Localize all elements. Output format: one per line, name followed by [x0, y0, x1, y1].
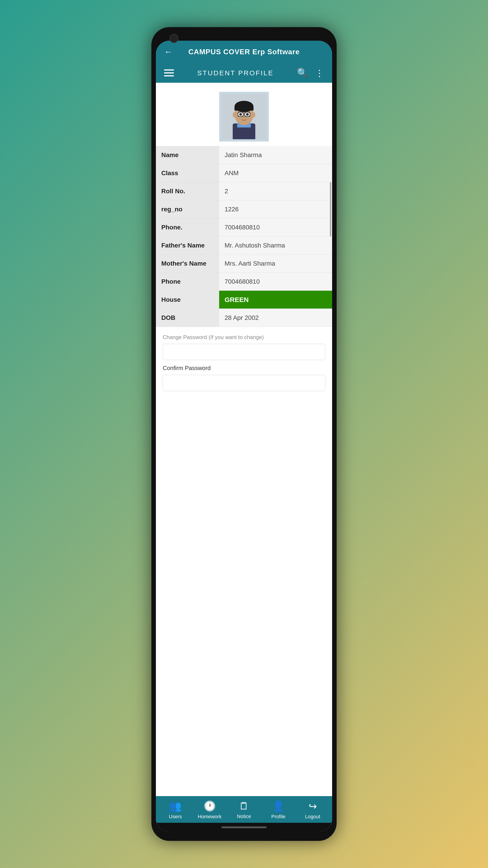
info-table: NameJatin SharmaClassANMRoll No.2reg_no1… — [156, 146, 332, 327]
field-value: 7004680810 — [219, 218, 332, 236]
confirm-password-label: Confirm Password — [163, 365, 325, 372]
field-label: House — [156, 291, 219, 309]
field-label: Mother's Name — [156, 254, 219, 272]
change-password-input[interactable] — [163, 344, 325, 360]
profile-photo-area — [219, 83, 269, 146]
phone-camera — [169, 34, 178, 43]
field-value: 7004680810 — [219, 273, 332, 290]
confirm-section: Confirm Password — [156, 365, 332, 396]
nav-profile-label: Profile — [271, 814, 285, 819]
nav-notice[interactable]: 🗒 Notice — [230, 800, 258, 819]
student-info: NameJatin SharmaClassANMRoll No.2reg_no1… — [156, 146, 332, 327]
nav-users-label: Users — [169, 814, 182, 819]
nav-notice-label: Notice — [237, 813, 251, 819]
notice-icon: 🗒 — [239, 800, 249, 812]
phone-screen: ← CAMPUS COVER Erp Software STUDENT PROF… — [156, 41, 332, 832]
header-icons: 🔍 ⋮ — [297, 68, 324, 78]
confirm-password-input[interactable] — [163, 375, 325, 391]
home-bar — [221, 827, 267, 828]
field-label: Class — [156, 164, 219, 182]
search-icon[interactable]: 🔍 — [297, 68, 308, 78]
svg-point-9 — [239, 113, 242, 116]
field-value: 1226 — [219, 200, 332, 218]
app-title: CAMPUS COVER Erp Software — [188, 48, 300, 56]
profile-photo — [219, 92, 269, 142]
table-row: DOB28 Apr 2002 — [156, 309, 332, 327]
field-value: ANM — [219, 164, 332, 182]
field-value: Jatin Sharma — [219, 146, 332, 164]
table-row: NameJatin Sharma — [156, 146, 332, 164]
nav-profile[interactable]: 👤 Profile — [265, 800, 292, 819]
nav-homework[interactable]: 🕐 Homework — [196, 800, 223, 819]
homework-icon: 🕐 — [203, 800, 216, 812]
table-row: Phone.7004680810 — [156, 218, 332, 237]
hamburger-menu[interactable] — [164, 69, 174, 76]
nav-logout-label: Logout — [305, 814, 320, 819]
second-bar: STUDENT PROFILE 🔍 ⋮ — [156, 63, 332, 83]
page-title: STUDENT PROFILE — [197, 69, 273, 77]
more-icon[interactable]: ⋮ — [315, 68, 324, 78]
field-label: Name — [156, 146, 219, 164]
field-value: GREEN — [219, 291, 332, 309]
table-row: HouseGREEN — [156, 291, 332, 309]
scrollbar — [330, 182, 331, 237]
svg-point-15 — [233, 112, 236, 118]
home-indicator — [156, 823, 332, 832]
bottom-nav: 👥 Users 🕐 Homework 🗒 Notice 👤 Profile ↪ … — [156, 796, 332, 823]
password-section: Change Password (If you want to change) — [156, 327, 332, 365]
svg-rect-6 — [234, 106, 254, 111]
users-icon: 👥 — [169, 800, 182, 812]
field-value: Mr. Ashutosh Sharma — [219, 237, 332, 254]
svg-point-14 — [243, 115, 245, 118]
field-value: 28 Apr 2002 — [219, 309, 332, 327]
content-area: NameJatin SharmaClassANMRoll No.2reg_no1… — [156, 83, 332, 796]
table-row: Phone7004680810 — [156, 273, 332, 291]
table-row: Mother's NameMrs. Aarti Sharma — [156, 254, 332, 273]
field-label: Father's Name — [156, 237, 219, 254]
field-value: 2 — [219, 182, 332, 200]
field-label: Phone — [156, 273, 219, 290]
field-value: Mrs. Aarti Sharma — [219, 254, 332, 272]
field-label: Phone. — [156, 218, 219, 236]
field-label: reg_no — [156, 200, 219, 218]
table-row: Father's NameMr. Ashutosh Sharma — [156, 237, 332, 254]
logout-icon: ↪ — [308, 800, 317, 812]
field-label: DOB — [156, 309, 219, 327]
table-row: Roll No.2 — [156, 182, 332, 200]
svg-point-16 — [252, 112, 255, 118]
profile-icon: 👤 — [272, 800, 285, 812]
nav-logout[interactable]: ↪ Logout — [299, 800, 326, 819]
table-row: ClassANM — [156, 164, 332, 182]
back-button[interactable]: ← — [164, 47, 173, 57]
phone-frame: ← CAMPUS COVER Erp Software STUDENT PROF… — [151, 27, 337, 841]
field-label: Roll No. — [156, 182, 219, 200]
nav-homework-label: Homework — [198, 814, 221, 819]
svg-point-10 — [246, 113, 249, 116]
table-row: reg_no1226 — [156, 200, 332, 218]
top-bar: ← CAMPUS COVER Erp Software — [156, 41, 332, 63]
nav-users[interactable]: 👥 Users — [162, 800, 189, 819]
change-password-label: Change Password (If you want to change) — [163, 334, 325, 341]
